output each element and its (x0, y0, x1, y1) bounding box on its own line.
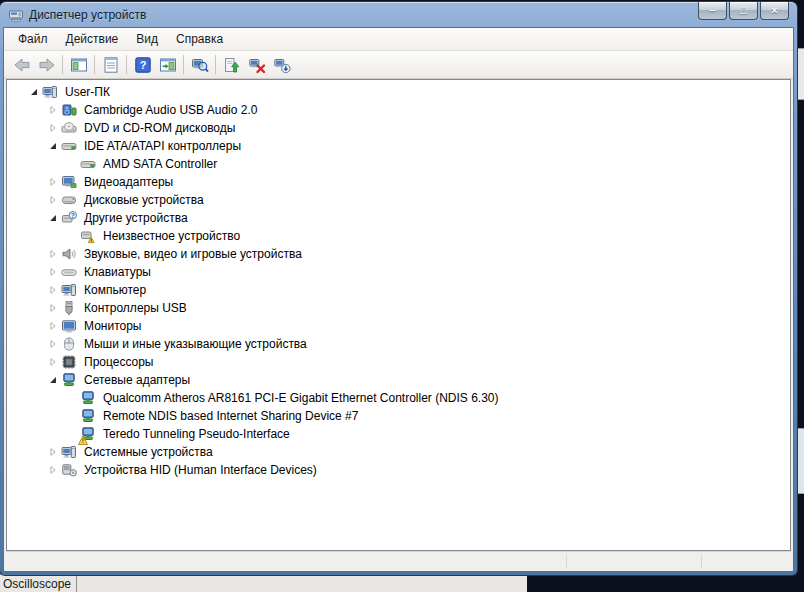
tree-item-label: User-ПК (63, 85, 112, 99)
tree-item[interactable]: Контроллеры USB (7, 299, 790, 317)
forward-button[interactable] (34, 53, 59, 76)
tree-item[interactable]: Неизвестное устройство (7, 227, 790, 245)
tree-item[interactable]: Системные устройства (7, 443, 790, 461)
toolbar: ? (4, 51, 793, 79)
background-window-fragment (796, 48, 804, 100)
tree-item[interactable]: Процессоры (7, 353, 790, 371)
expand-arrow-icon[interactable] (46, 121, 60, 135)
menu-view[interactable]: Вид (127, 30, 167, 48)
arrow-left-icon (13, 56, 31, 74)
maximize-icon: □ (740, 5, 747, 16)
cd-drive-icon (61, 120, 77, 136)
expand-arrow-icon[interactable] (46, 301, 60, 315)
expand-arrow-icon[interactable] (46, 355, 60, 369)
expand-arrow-icon[interactable] (46, 283, 60, 297)
background-window-caption-bar: Oscilloscope (0, 574, 527, 592)
tree-item[interactable]: AMD SATA Controller (7, 155, 790, 173)
tree-item[interactable]: Мониторы (7, 317, 790, 335)
close-icon: × (771, 5, 777, 16)
tree-item-label: Системные устройства (82, 445, 215, 459)
help-button[interactable]: ? (130, 53, 155, 76)
toolbar-separator (62, 55, 63, 74)
disable-icon (273, 56, 291, 74)
expand-arrow-icon[interactable] (46, 103, 60, 117)
menu-help[interactable]: Справка (167, 30, 232, 48)
titlebar[interactable]: Диспетчер устройств –□× (3, 2, 794, 27)
expand-arrow-icon[interactable] (46, 175, 60, 189)
scan-hardware-icon (191, 56, 209, 74)
tree-item-label: Компьютер (82, 283, 148, 297)
disable-button[interactable] (269, 53, 294, 76)
window-title: Диспетчер устройств (29, 8, 146, 22)
uninstall-icon (248, 56, 266, 74)
tree-item-label: Неизвестное устройство (101, 229, 242, 243)
svg-text:?: ? (139, 59, 146, 71)
expand-arrow-icon[interactable] (46, 319, 60, 333)
minimize-button[interactable]: – (698, 2, 727, 20)
expand-arrow-icon[interactable] (46, 337, 60, 351)
tree-item-label: Процессоры (82, 355, 156, 369)
disk-drive-icon (61, 192, 77, 208)
tree-item[interactable]: User-ПК (7, 83, 790, 101)
console-tree-button[interactable] (66, 53, 91, 76)
tree-item-label: Cambridge Audio USB Audio 2.0 (82, 103, 259, 117)
tree-item[interactable]: Мыши и иные указывающие устройства (7, 335, 790, 353)
device-tree-panel: User-ПКCambridge Audio USB Audio 2.0DVD … (6, 79, 791, 551)
expand-arrow-icon[interactable] (46, 445, 60, 459)
scan-hardware-button[interactable] (187, 53, 212, 76)
tree-item-label: Видеоадаптеры (82, 175, 175, 189)
expand-arrow-icon[interactable] (46, 193, 60, 207)
expander-placeholder (65, 427, 79, 441)
background-window-fragment (796, 428, 804, 494)
maximize-button[interactable]: □ (729, 2, 758, 20)
warning-overlay-icon (78, 434, 88, 444)
menu-action[interactable]: Действие (57, 30, 128, 48)
tree-item[interactable]: DVD и CD-ROM дисководы (7, 119, 790, 137)
expander-placeholder (65, 229, 79, 243)
expand-arrow-icon[interactable] (46, 463, 60, 477)
close-button[interactable]: × (760, 2, 789, 20)
collapse-arrow-icon[interactable] (27, 85, 41, 99)
expander-placeholder (65, 409, 79, 423)
collapse-arrow-icon[interactable] (46, 139, 60, 153)
tree-item[interactable]: Qualcomm Atheros AR8161 PCI-E Gigabit Et… (7, 389, 790, 407)
expand-arrow-icon[interactable] (46, 265, 60, 279)
tree-item[interactable]: Устройства HID (Human Interface Devices) (7, 461, 790, 479)
back-button[interactable] (9, 53, 34, 76)
hid-device-icon (61, 462, 77, 478)
tree-item[interactable]: Компьютер (7, 281, 790, 299)
tree-item[interactable]: IDE ATA/ATAPI контроллеры (7, 137, 790, 155)
network-adapter-icon (80, 390, 96, 406)
action-pane-button[interactable] (155, 53, 180, 76)
tree-item[interactable]: Cambridge Audio USB Audio 2.0 (7, 101, 790, 119)
menu-file[interactable]: Файл (9, 30, 57, 48)
sound-device-icon (61, 246, 77, 262)
uninstall-button[interactable] (244, 53, 269, 76)
tree-item[interactable]: ?Другие устройства (7, 209, 790, 227)
tree-item[interactable]: Звуковые, видео и игровые устройства (7, 245, 790, 263)
update-driver-button[interactable] (219, 53, 244, 76)
ide-controller-icon (80, 156, 96, 172)
console-tree-icon (70, 56, 88, 74)
tree-item-label: Qualcomm Atheros AR8161 PCI-E Gigabit Et… (101, 391, 501, 405)
collapse-arrow-icon[interactable] (46, 211, 60, 225)
tree-item-label: Звуковые, видео и игровые устройства (82, 247, 304, 261)
network-adapter-icon (80, 426, 96, 442)
tree-item-label: DVD и CD-ROM дисководы (82, 121, 237, 135)
toolbar-separator (183, 55, 184, 74)
toolbar-separator (94, 55, 95, 74)
tree-item-label: Контроллеры USB (82, 301, 189, 315)
tree-item[interactable]: Teredo Tunneling Pseudo-Interface (7, 425, 790, 443)
expand-arrow-icon[interactable] (46, 247, 60, 261)
tree-item[interactable]: Видеоадаптеры (7, 173, 790, 191)
tree-item[interactable]: Дисковые устройства (7, 191, 790, 209)
tree-item[interactable]: Сетевые адаптеры (7, 371, 790, 389)
tree-item[interactable]: Remote NDIS based Internet Sharing Devic… (7, 407, 790, 425)
tree-item-label: AMD SATA Controller (101, 157, 219, 171)
tree-item-label: Сетевые адаптеры (82, 373, 192, 387)
window-body: ФайлДействиеВидСправка ? User-ПКCambridg… (3, 27, 794, 572)
tree-item[interactable]: Клавиатуры (7, 263, 790, 281)
collapse-arrow-icon[interactable] (46, 373, 60, 387)
tree-item-label: Другие устройства (82, 211, 190, 225)
properties-button[interactable] (98, 53, 123, 76)
